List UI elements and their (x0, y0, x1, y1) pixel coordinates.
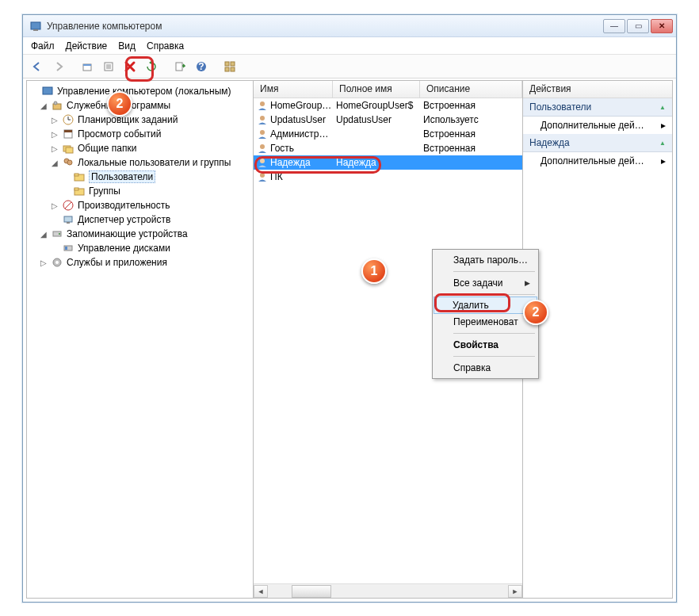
svg-rect-3 (83, 64, 91, 66)
svg-rect-30 (74, 188, 78, 190)
ctx-all-tasks[interactable]: Все задачи▶ (434, 274, 537, 292)
ctx-delete[interactable]: Удалить (434, 297, 537, 314)
chevron-right-icon: ▸ (661, 155, 666, 166)
scroll-thumb[interactable] (292, 585, 331, 598)
ctx-properties[interactable]: Свойства (434, 336, 537, 354)
menu-view[interactable]: Вид (118, 40, 136, 52)
svg-point-46 (260, 173, 265, 178)
delete-button[interactable] (120, 57, 139, 76)
svg-text:?: ? (198, 61, 204, 72)
svg-rect-0 (31, 22, 40, 29)
actions-section-users[interactable]: Пользователи▲ (523, 98, 672, 117)
tree-task-scheduler[interactable]: ▷Планировщик заданий (29, 113, 251, 127)
properties-button[interactable] (99, 57, 118, 76)
forward-button[interactable] (49, 57, 68, 76)
svg-rect-15 (43, 87, 52, 94)
collapse-icon: ▲ (659, 140, 666, 147)
svg-point-41 (260, 101, 265, 106)
svg-rect-24 (66, 147, 73, 153)
svg-rect-38 (65, 247, 67, 250)
tree-device-manager[interactable]: Диспетчер устройств (29, 212, 251, 227)
ctx-rename[interactable]: Переименоват (434, 313, 537, 331)
tree-pane: Управление компьютером (локальным) ◢Служ… (27, 81, 254, 598)
annotation-badge-2-toolbar: 2 (107, 91, 132, 117)
chevron-right-icon: ▸ (661, 120, 666, 131)
window-title: Управление компьютером (47, 21, 598, 32)
list-row[interactable]: ПК (254, 170, 522, 184)
horizontal-scrollbar[interactable]: ◄ ► (254, 583, 522, 598)
svg-rect-1 (33, 29, 38, 31)
minimize-button[interactable]: — (603, 19, 625, 33)
svg-rect-33 (64, 216, 72, 222)
export-button[interactable] (170, 57, 189, 76)
svg-point-45 (260, 159, 265, 163)
ctx-help[interactable]: Справка (434, 359, 537, 377)
svg-point-17 (54, 101, 57, 105)
help-button[interactable]: ? (192, 57, 211, 76)
list-row[interactable]: UpdatusUser UpdatusUser Используетс (254, 113, 522, 127)
tree-event-viewer[interactable]: ▷Просмотр событий (29, 127, 251, 141)
up-button[interactable] (78, 57, 97, 76)
svg-rect-8 (176, 63, 182, 71)
client-area: Управление компьютером (локальным) ◢Служ… (26, 80, 673, 599)
annotation-badge-2: 2 (523, 300, 548, 325)
ctx-set-password[interactable]: Задать пароль… (434, 251, 537, 269)
svg-point-26 (67, 160, 72, 165)
svg-rect-22 (64, 130, 72, 132)
actions-header: Действия (523, 81, 672, 98)
list-row[interactable]: Гость Встроенная (254, 141, 522, 155)
actions-more-user[interactable]: Дополнительные дей…▸ (523, 152, 672, 170)
actions-more-users[interactable]: Дополнительные дей…▸ (523, 117, 672, 134)
tree-local-users-groups[interactable]: ◢Локальные пользователи и группы (29, 155, 251, 170)
maximize-button[interactable]: ▭ (627, 19, 649, 33)
tree-shared-folders[interactable]: ▷Общие папки (29, 141, 251, 155)
close-button[interactable]: ✕ (651, 19, 673, 33)
back-button[interactable] (28, 57, 47, 76)
collapse-icon: ▲ (659, 104, 666, 111)
col-name[interactable]: Имя (254, 81, 333, 98)
svg-rect-13 (225, 67, 229, 71)
submenu-arrow-icon: ▶ (525, 279, 530, 287)
toolbar: ? (23, 55, 676, 78)
tree-performance[interactable]: ▷Производительность (29, 198, 251, 212)
menu-action[interactable]: Действие (66, 40, 108, 52)
user-icon (257, 171, 268, 182)
scroll-right-button[interactable]: ► (508, 585, 522, 598)
svg-rect-11 (225, 62, 229, 66)
tree-services-apps[interactable]: ▷Службы и приложения (29, 255, 251, 270)
tree-disk-mgmt[interactable]: Управление дисками (29, 241, 251, 255)
window-buttons: — ▭ ✕ (603, 19, 673, 33)
titlebar: Управление компьютером — ▭ ✕ (23, 15, 676, 37)
user-icon (257, 143, 268, 154)
tree-groups[interactable]: Группы (29, 184, 251, 198)
list-row[interactable]: Администр… Встроенная (254, 127, 522, 141)
column-headers: Имя Полное имя Описание (254, 81, 522, 98)
svg-rect-28 (74, 174, 78, 176)
svg-point-40 (55, 261, 59, 264)
user-icon (257, 100, 268, 111)
refresh-button[interactable] (142, 57, 161, 76)
col-fullname[interactable]: Полное имя (333, 81, 420, 98)
scroll-left-button[interactable]: ◄ (254, 585, 268, 598)
svg-rect-16 (53, 104, 61, 109)
tree-root[interactable]: Управление компьютером (локальным) (29, 84, 251, 98)
col-desc[interactable]: Описание (420, 81, 522, 98)
svg-rect-34 (67, 222, 70, 224)
grid-button[interactable] (220, 57, 239, 76)
tree-services-tools[interactable]: ◢Служебные программы (29, 98, 251, 113)
svg-rect-12 (231, 62, 235, 66)
list-row-selected[interactable]: Надежда Надежда (254, 155, 522, 170)
svg-point-36 (59, 233, 60, 235)
tree-storage[interactable]: ◢Запоминающие устройства (29, 227, 251, 241)
menubar: Файл Действие Вид Справка (23, 37, 676, 55)
menu-file[interactable]: Файл (31, 40, 55, 52)
list-row[interactable]: HomeGroup… HomeGroupUser$ Встроенная (254, 98, 522, 113)
user-icon (257, 157, 268, 168)
svg-point-43 (260, 130, 265, 135)
user-icon (257, 128, 268, 140)
actions-section-user[interactable]: Надежда▲ (523, 134, 672, 152)
menu-help[interactable]: Справка (147, 40, 184, 52)
tree-users[interactable]: Пользователи (29, 170, 251, 184)
annotation-badge-1: 1 (361, 258, 387, 284)
svg-rect-14 (231, 67, 235, 71)
